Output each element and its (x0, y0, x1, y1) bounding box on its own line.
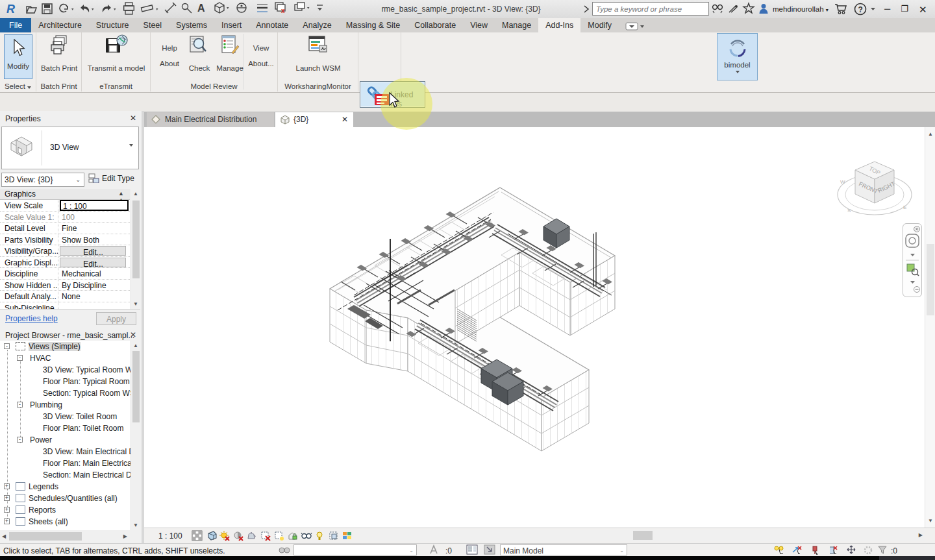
ribbon-tab[interactable]: Annotate (249, 18, 295, 32)
property-row[interactable]: Parts Visibility Show Both (0, 234, 130, 246)
switch-windows-icon[interactable] (295, 3, 310, 10)
close-button[interactable]: ✕ (919, 4, 927, 16)
view-about-button[interactable]: ViewAbout... (245, 40, 277, 71)
redo-icon[interactable] (103, 5, 116, 12)
ribbon-tab[interactable]: Collaborate (407, 18, 463, 32)
ribbon-tab[interactable]: Modify (580, 18, 619, 32)
drag-elements-icon[interactable] (847, 546, 855, 554)
modify-button[interactable]: Modify (4, 34, 32, 79)
user-avatar-icon[interactable] (760, 4, 768, 14)
shadows-icon[interactable] (234, 532, 243, 541)
browser-vscrollbar[interactable]: ▲ ▼ (131, 341, 140, 530)
tree-item[interactable]: - Views (Simple) (0, 341, 131, 352)
default-3d-view-icon[interactable] (215, 3, 229, 13)
properties-close-icon[interactable]: ✕ (130, 114, 136, 123)
tag-by-category-icon[interactable] (182, 4, 192, 14)
property-row[interactable]: Detail Level Fine (0, 223, 130, 234)
ribbon-tab[interactable]: Architecture (31, 18, 89, 32)
tree-item[interactable]: + Schedules/Quantities (all) (0, 493, 131, 504)
visual-style-icon[interactable] (208, 531, 216, 540)
view-selector[interactable]: 3D View: {3D}⌄ (1, 173, 84, 187)
select-arrow-icon[interactable] (484, 544, 497, 556)
print-icon[interactable] (124, 3, 134, 14)
worksharing-display-icon[interactable] (343, 532, 351, 539)
property-row[interactable]: Visibility/Grap... Edit... (0, 245, 130, 257)
property-row[interactable]: View Scale 1 : 100 (0, 200, 130, 212)
show-rendering-dialog-icon[interactable] (248, 532, 255, 539)
unlocked-3d-view-icon[interactable] (289, 533, 297, 539)
tree-item[interactable]: 3D View: Typical Room W (0, 364, 131, 376)
tree-item[interactable]: Section: Main Electrical D (0, 469, 131, 481)
launch-wsm-button[interactable]: Launch WSM (278, 34, 358, 72)
tree-item[interactable]: Floor Plan: Main Electrica (0, 457, 131, 469)
links-icon[interactable] (793, 546, 801, 554)
customize-quick-access-icon[interactable] (317, 5, 323, 11)
ribbon-tab[interactable]: Add-Ins (538, 18, 580, 32)
search-arrow-icon[interactable] (583, 5, 590, 13)
manage-button[interactable]: Manage (214, 34, 245, 72)
panel-label-etransmit[interactable]: eTransmit (82, 82, 150, 90)
temporary-hide-isolate-icon[interactable] (301, 533, 312, 539)
tree-item[interactable]: + Reports (0, 504, 131, 516)
measure-icon[interactable] (142, 5, 158, 12)
properties-toggle-icon[interactable] (466, 544, 479, 556)
restore-button[interactable]: ❐ (901, 4, 908, 16)
tree-item[interactable]: Section: Typical Room WS (0, 387, 131, 399)
text-icon[interactable]: A (197, 3, 205, 14)
aligned-dimension-icon[interactable] (165, 3, 176, 13)
ribbon-tab[interactable]: Structure (89, 18, 136, 32)
user-name[interactable]: mehdinourollah ▾ (773, 5, 829, 13)
help-icon[interactable]: ? (854, 3, 879, 16)
constraints-icon[interactable] (830, 546, 837, 554)
tree-item[interactable]: - HVAC (0, 352, 131, 364)
tree-item[interactable]: 3D View: Toilet Room (0, 411, 131, 422)
properties-help-link[interactable]: Properties help (5, 314, 58, 323)
open-icon[interactable] (27, 6, 36, 13)
help-about-button[interactable]: HelpAbout (156, 40, 183, 71)
view-tab-3d[interactable]: {3D} ✕ (275, 112, 353, 127)
save-icon[interactable] (42, 4, 52, 14)
property-row[interactable]: Graphic Displ... Edit... (0, 257, 130, 269)
crop-view-icon[interactable] (262, 532, 270, 541)
ribbon-tab[interactable]: View (463, 18, 495, 32)
scale-icon[interactable] (192, 531, 202, 541)
undo-icon[interactable] (81, 5, 94, 12)
viewcube[interactable]: FRONT RIGHT TOP W S E (838, 162, 912, 215)
edit-type-button[interactable]: Edit Type (88, 173, 134, 183)
property-row[interactable]: Scale Value 1: 100 (0, 212, 130, 223)
properties-scrollbar[interactable]: ▲ ▼ (131, 189, 140, 309)
project-browser-close-icon[interactable]: ✕ (130, 330, 136, 339)
editable-elements-icon[interactable] (775, 546, 783, 554)
tree-item[interactable]: - Plumbing (0, 399, 131, 411)
property-row[interactable]: Discipline Mechanical (0, 268, 130, 280)
navigation-bar[interactable] (903, 223, 922, 297)
check-button[interactable]: Check (184, 34, 214, 72)
batch-print-button[interactable]: Batch Print (36, 34, 82, 72)
property-row[interactable]: Default Analy... None (0, 291, 130, 302)
apply-button[interactable]: Apply (96, 312, 136, 325)
thin-lines-icon[interactable] (257, 5, 268, 12)
sun-path-icon[interactable] (219, 531, 229, 541)
favorites-icon[interactable] (743, 3, 754, 13)
panel-label-wsm[interactable]: WorksharingMonitor (278, 82, 358, 90)
close-hidden-windows-icon[interactable]: x (275, 3, 285, 14)
minimize-button[interactable]: ─ (884, 4, 890, 16)
active-workset-dropdown[interactable]: ⌄ (293, 544, 417, 555)
ribbon-display-toggle[interactable] (625, 22, 645, 32)
type-selector[interactable]: 3D View (1, 127, 139, 169)
cart-icon[interactable] (834, 3, 849, 16)
property-row[interactable]: Sub-Discipline (0, 302, 130, 310)
drawing-area[interactable]: FRONT RIGHT TOP W S E (144, 127, 925, 528)
tree-item[interactable]: 3D View: Main Electrical D (0, 446, 131, 457)
pins-icon[interactable] (813, 546, 818, 555)
ribbon-tab[interactable]: File (0, 18, 31, 32)
section-icon[interactable] (237, 3, 246, 12)
background-processes-icon[interactable] (865, 547, 871, 554)
graphics-section-header[interactable]: Graphics▲▲ (0, 189, 130, 200)
ribbon-tab[interactable]: Massing & Site (339, 18, 407, 32)
tree-item[interactable]: Floor Plan: Toilet Room (0, 422, 131, 434)
sync-icon[interactable] (60, 5, 73, 12)
panel-label-select[interactable]: Select (0, 82, 36, 90)
browser-hscrollbar[interactable]: ◀ ▶ (0, 530, 131, 542)
tree-item[interactable]: - Power (0, 434, 131, 446)
